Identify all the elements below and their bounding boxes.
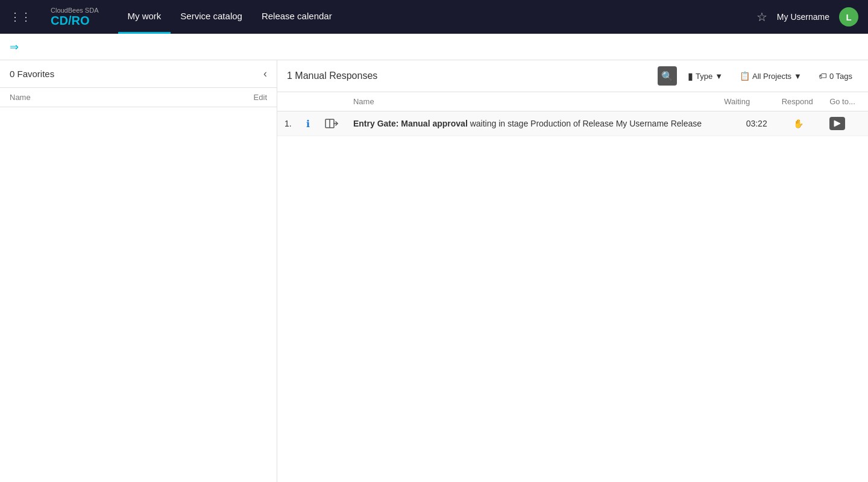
tags-filter-icon: 🏷 — [819, 71, 827, 81]
sidebar-header: 0 Favorites ‹ — [0, 60, 277, 88]
th-info — [299, 92, 317, 111]
projects-filter-label: All Projects — [752, 72, 791, 81]
search-icon: 🔍 — [661, 70, 673, 82]
row-goto — [822, 111, 868, 136]
user-avatar[interactable]: L — [839, 7, 858, 27]
sidebar-collapse-button[interactable]: ‹ — [263, 67, 267, 80]
type-filter-label: Type — [696, 72, 712, 81]
content-toolbar: 1 Manual Responses 🔍 ▮ Type ▼ 📋 All Proj… — [277, 60, 868, 92]
brand-sub: CloudBees SDA — [51, 7, 99, 14]
tags-filter-button[interactable]: 🏷 0 Tags — [813, 68, 858, 84]
brand: CloudBees SDA CD/RO — [51, 7, 99, 27]
info-icon[interactable]: ℹ — [306, 119, 310, 129]
favorites-star-icon[interactable]: ☆ — [756, 10, 767, 24]
expand-sidebar-icon[interactable]: ⇒ — [10, 40, 19, 54]
responses-table: Name Waiting Respond Go to... 1. ℹ — [277, 92, 868, 136]
row-name: Entry Gate: Manual approval waiting in s… — [346, 111, 717, 136]
sidebar: 0 Favorites ‹ Name Edit — [0, 60, 277, 482]
content-area: 1 Manual Responses 🔍 ▮ Type ▼ 📋 All Proj… — [277, 60, 868, 482]
entry-name-bold: Entry Gate: Manual approval — [353, 119, 468, 128]
brand-main: CD/RO — [51, 14, 99, 27]
type-filter-button[interactable]: ▮ Type ▼ — [682, 67, 729, 85]
sidebar-title: 0 Favorites — [10, 69, 54, 79]
subheader: ⇒ — [0, 34, 868, 60]
th-name: Name — [346, 92, 717, 111]
username-label: My Username — [777, 12, 829, 22]
nav-service-catalog[interactable]: Service catalog — [171, 0, 252, 34]
nav-release-calendar[interactable]: Release calendar — [252, 0, 342, 34]
projects-filter-chevron: ▼ — [794, 72, 802, 81]
projects-filter-button[interactable]: 📋 All Projects ▼ — [734, 68, 808, 84]
tags-filter-label: 0 Tags — [829, 72, 852, 81]
main-layout: 0 Favorites ‹ Name Edit 1 Manual Respons… — [0, 60, 868, 482]
th-gate — [317, 92, 346, 111]
content-title: 1 Manual Responses — [287, 70, 653, 81]
row-info: ℹ — [299, 111, 317, 136]
th-waiting: Waiting — [717, 92, 774, 111]
nav-my-work[interactable]: My work — [118, 0, 171, 34]
topnav-right: ☆ My Username L — [756, 7, 858, 27]
row-number: 1. — [277, 111, 299, 136]
type-filter-icon: ▮ — [688, 70, 693, 82]
apps-grid-icon[interactable]: ⋮⋮ — [10, 10, 31, 23]
table-row: 1. ℹ — [277, 111, 868, 136]
sidebar-columns: Name Edit — [0, 88, 277, 107]
nav-links: My work Service catalog Release calendar — [118, 0, 742, 34]
row-gate-icon-cell — [317, 111, 346, 136]
table-header: Name Waiting Respond Go to... — [277, 92, 868, 111]
search-button[interactable]: 🔍 — [658, 66, 677, 86]
topnav: ⋮⋮ CloudBees SDA CD/RO My work Service c… — [0, 0, 868, 34]
sidebar-col-edit: Edit — [254, 93, 267, 102]
entry-name-rest: waiting in stage Production of Release M… — [470, 119, 702, 128]
gate-type-icon — [324, 116, 339, 131]
goto-button[interactable] — [829, 117, 845, 130]
respond-hand-icon[interactable]: ✋ — [793, 119, 804, 128]
sidebar-col-name: Name — [10, 93, 31, 102]
th-num — [277, 92, 299, 111]
type-filter-chevron: ▼ — [715, 72, 723, 81]
th-respond: Respond — [775, 92, 822, 111]
projects-filter-icon: 📋 — [740, 71, 750, 81]
row-waiting-time: 03:22 — [717, 111, 774, 136]
table-body: 1. ℹ — [277, 111, 868, 136]
row-respond[interactable]: ✋ — [775, 111, 822, 136]
th-goto: Go to... — [822, 92, 868, 111]
